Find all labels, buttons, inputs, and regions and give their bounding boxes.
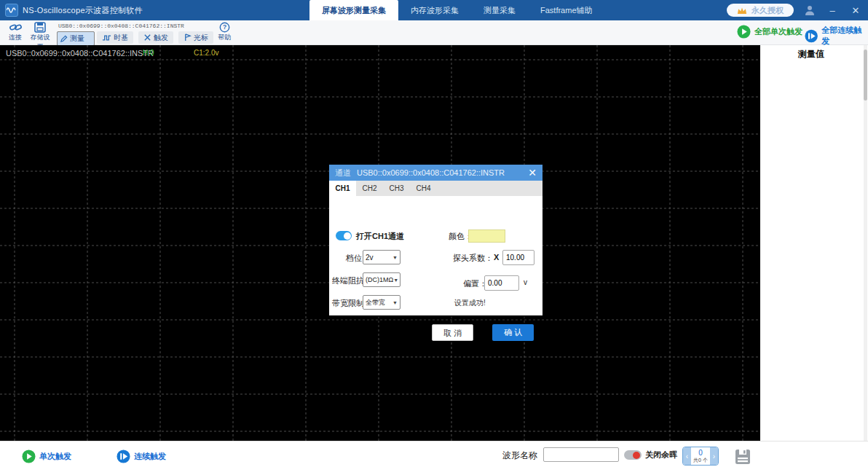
continuous-trigger-label: 连续触发 (134, 451, 166, 462)
toggle-knob (344, 232, 351, 240)
prev-arrow-button[interactable]: ‹ (683, 447, 691, 465)
status-message: 设置成功! (454, 298, 486, 308)
play-icon (737, 25, 751, 39)
confirm-button[interactable]: 确 认 (492, 324, 534, 341)
trigger-button[interactable]: 触发 (138, 31, 173, 44)
counter-display: 0 共0 个 (691, 447, 710, 465)
single-trigger-button[interactable]: 单次触发 (22, 450, 71, 463)
tab-ch4[interactable]: CH4 (410, 181, 437, 196)
tab-measurement-capture[interactable]: 测量采集 (471, 0, 528, 20)
chevron-down-icon: ▼ (392, 300, 398, 305)
app-logo-icon (5, 4, 18, 17)
minimize-button[interactable]: – (826, 5, 839, 16)
scale-select[interactable]: 2v ▼ (363, 250, 401, 264)
tab-memory-waveform-capture[interactable]: 内存波形采集 (398, 0, 471, 20)
toolbar: 连接 存储设置 USB0::0x0699::0x0408::C041762::I… (0, 20, 868, 45)
channel-color-swatch[interactable] (468, 229, 505, 243)
continuous-trigger-button[interactable]: 连续触发 (117, 450, 166, 463)
dialog-titlebar[interactable]: 通道 USB0::0x0699::0x0408::C041762::INSTR … (329, 165, 542, 181)
dialog-body: 打开CH1通道 颜色： 档位 2v ▼ 探头系数： X 终端阻抗： (DC)1M… (329, 196, 542, 315)
offset-input[interactable] (484, 275, 519, 291)
waveform-name-input[interactable] (543, 447, 619, 462)
trigger-label: 触发 (154, 33, 168, 43)
help-icon: ? (219, 22, 230, 33)
measure-label: 测量 (70, 34, 84, 44)
counter-total: 共0 个 (693, 458, 708, 463)
license-badge[interactable]: 永久授权 (727, 4, 794, 17)
close-button[interactable]: ✕ (849, 5, 862, 16)
scale-label: 档位 (346, 253, 362, 264)
bottom-bar: 单次触发 连续触发 波形名称 关闭余晖 ‹ 0 共0 个 › (0, 441, 868, 475)
visa-address: USB0::0x0699::0x0408::C041762::INSTR (58, 23, 184, 29)
tab-ch3[interactable]: CH3 (383, 181, 410, 196)
waveform-name-label: 波形名称 (502, 450, 537, 462)
connect-button[interactable]: 连接 (3, 22, 28, 42)
help-button[interactable]: ? 帮助 (213, 22, 235, 42)
next-arrow-button[interactable]: › (710, 447, 718, 465)
measure-button[interactable]: 测量 (57, 31, 95, 46)
channel-tab-bar: CH1 CH2 CH3 CH4 (329, 181, 542, 196)
screen-visa-label: USB0::0x0699::0x0408::C041762::INSTR (6, 49, 154, 58)
all-single-trigger-button[interactable]: 全部单次触发 (737, 25, 802, 39)
tab-fastframe[interactable]: Fastframe辅助 (528, 0, 605, 20)
crown-icon (737, 7, 747, 15)
license-label: 永久授权 (751, 5, 784, 16)
dialog-close-icon[interactable]: ✕ (528, 168, 537, 178)
measurement-panel: 测量值 (760, 45, 868, 441)
window-titlebar: NS-Oscilloscope示波器控制软件 屏幕波形测量采集 内存波形采集 测… (0, 0, 868, 20)
counter-value: 0 (698, 450, 703, 457)
impedance-select[interactable]: (DC)1MΩ ▼ (363, 272, 401, 287)
storage-icon (34, 22, 46, 33)
play-icon (22, 450, 36, 463)
bandwidth-value: 全带宽 (366, 298, 392, 307)
main-tab-bar: 屏幕波形测量采集 内存波形采集 测量采集 Fastframe辅助 (309, 0, 605, 20)
scale-value: 2v (366, 254, 392, 262)
channel-enable-toggle[interactable] (336, 231, 352, 240)
offset-unit-label: v (524, 278, 527, 286)
channel-dialog: 通道 USB0::0x0699::0x0408::C041762::INSTR … (329, 165, 542, 315)
all-continuous-trigger-button[interactable]: 全部连续触发 (805, 25, 868, 47)
user-icon[interactable] (804, 4, 816, 16)
probe-mult-label: X (494, 253, 499, 262)
dialog-visa: USB0::0x0699::0x0408::C041762::INSTR (357, 168, 505, 177)
timebase-label: 时基 (114, 33, 128, 43)
single-trigger-label: 单次触发 (39, 451, 71, 462)
bandwidth-select[interactable]: 全带宽 ▼ (363, 295, 401, 310)
timebase-icon (102, 34, 111, 42)
play-pause-icon (805, 29, 818, 43)
persistence-toggle[interactable] (624, 450, 642, 460)
link-icon (9, 22, 22, 33)
all-single-trigger-label: 全部单次触发 (754, 26, 802, 37)
dialog-title: 通道 (335, 168, 351, 178)
timebase-button[interactable]: 时基 (97, 31, 133, 44)
channel1-scale-label: C1:2.0v (194, 49, 218, 57)
cursor-flag-icon (184, 34, 192, 42)
panel-scrollbar[interactable] (864, 45, 867, 441)
tab-ch2[interactable]: CH2 (356, 181, 383, 196)
help-label: 帮助 (213, 33, 235, 42)
play-pause-icon (117, 450, 130, 463)
all-continuous-trigger-label: 全部连续触发 (821, 25, 868, 47)
scrollbar-thumb[interactable] (864, 50, 867, 101)
chevron-down-icon: ▼ (392, 255, 398, 260)
persistence-label: 关闭余晖 (645, 450, 677, 460)
cursor-label: 光标 (194, 33, 208, 43)
save-waveform-icon[interactable] (734, 448, 751, 466)
svg-text:?: ? (222, 23, 226, 31)
probe-label: 探头系数： (453, 253, 493, 264)
probe-coefficient-input[interactable] (502, 250, 534, 265)
cancel-button[interactable]: 取 消 (432, 324, 473, 341)
app-title: NS-Oscilloscope示波器控制软件 (23, 5, 143, 16)
waveform-counter-stepper: ‹ 0 共0 个 › (682, 447, 719, 466)
horizontal-position-label: H:0 (143, 49, 154, 57)
pencil-icon (60, 35, 68, 43)
tab-ch1[interactable]: CH1 (329, 181, 356, 196)
connect-label: 连接 (3, 33, 28, 42)
cursor-button[interactable]: 光标 (178, 31, 213, 44)
tab-screen-waveform-capture[interactable]: 屏幕波形测量采集 (309, 0, 398, 20)
channel-enable-label: 打开CH1通道 (356, 231, 404, 242)
toggle-knob (633, 452, 640, 459)
chevron-down-icon: ▼ (393, 278, 398, 283)
measurement-panel-title: 测量值 (760, 48, 862, 60)
impedance-value: (DC)1MΩ (366, 276, 393, 283)
